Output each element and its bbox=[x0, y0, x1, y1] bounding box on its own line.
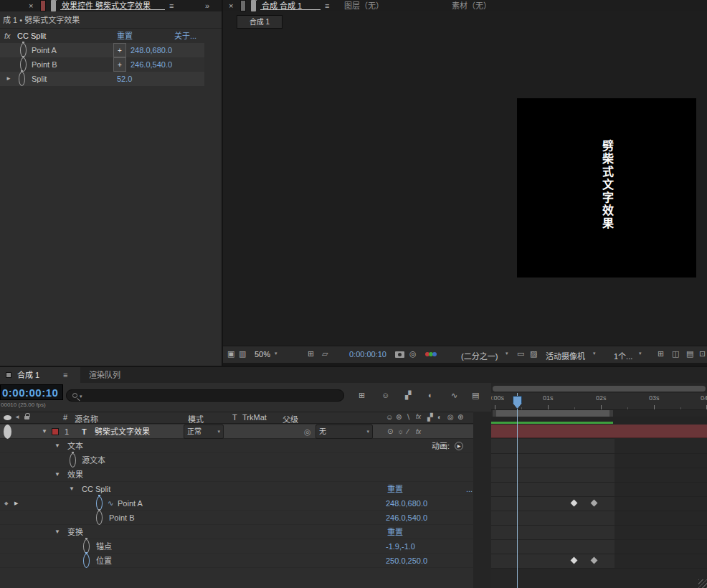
param-value[interactable]: 52.0 bbox=[117, 72, 132, 86]
comp-canvas[interactable]: 劈柴式文字效果 bbox=[517, 98, 696, 278]
lock-icon[interactable] bbox=[51, 0, 56, 11]
lock-icon[interactable] bbox=[251, 0, 256, 11]
property-label[interactable]: 文本 bbox=[67, 439, 83, 453]
zoom-select[interactable]: 50% bbox=[255, 350, 270, 359]
effect-about-button[interactable]: 关于... bbox=[174, 29, 196, 43]
tab-comp-timeline[interactable]: 合成 1 ≡ bbox=[0, 367, 80, 383]
param-label[interactable]: Point A bbox=[32, 43, 57, 57]
canvas-text-layer[interactable]: 劈柴式文字效果 bbox=[598, 140, 615, 230]
property-label[interactable]: Point A bbox=[118, 496, 143, 511]
parent-pickwhip-icon[interactable]: ◎ bbox=[304, 425, 311, 439]
flowchart-icon[interactable]: ⊡ bbox=[699, 349, 706, 359]
property-row-effects-group[interactable]: ▼ 效果 bbox=[0, 468, 473, 482]
property-row-point-a[interactable]: ◆ ▶ ∿ Point A 248.0,680.0 bbox=[0, 496, 473, 511]
param-label[interactable]: Point B bbox=[32, 57, 57, 72]
column-trkmat[interactable]: TrkMat bbox=[242, 413, 267, 422]
close-icon[interactable]: × bbox=[29, 0, 33, 11]
layer-row[interactable]: ▼ 1 T 劈柴式文字效果 正常 ▾ ◎ 无 ▾ ⊙ ☼ ∕ fx bbox=[0, 425, 473, 439]
fx-switch-icon[interactable]: fx bbox=[416, 425, 421, 439]
property-label[interactable]: 源文本 bbox=[82, 453, 105, 468]
frame-blend-icon[interactable]: ▞ bbox=[405, 391, 411, 400]
fx-switch-icon[interactable]: fx bbox=[416, 413, 421, 420]
overflow-icon[interactable]: » bbox=[205, 0, 209, 11]
layer-visibility-icon[interactable] bbox=[4, 425, 11, 439]
stopwatch-icon[interactable] bbox=[83, 554, 90, 568]
property-row-transform-group[interactable]: ▼ 变换 重置 bbox=[0, 525, 473, 539]
property-label[interactable]: 锚点 bbox=[96, 539, 112, 554]
graph-editor-icon[interactable]: ∿ bbox=[451, 391, 457, 400]
animate-menu-button[interactable]: ▶ bbox=[455, 442, 463, 450]
comp-timecode[interactable]: 0:00:00:10 bbox=[349, 350, 386, 359]
property-label[interactable]: 位置 bbox=[96, 554, 112, 568]
keyframe-next-icon[interactable]: ▶ bbox=[14, 496, 18, 511]
roi-icon[interactable]: ▭ bbox=[517, 349, 524, 359]
property-value[interactable]: -1.9,-1.0 bbox=[386, 539, 415, 554]
point-crosshair-button[interactable]: + bbox=[113, 57, 126, 72]
stopwatch-icon[interactable] bbox=[83, 539, 90, 554]
stopwatch-icon[interactable] bbox=[20, 57, 27, 72]
multi-view-icon[interactable]: ◫ bbox=[672, 349, 679, 359]
magnify-menu-icon[interactable]: ▥ bbox=[239, 349, 246, 359]
grid-guides-icon[interactable]: ⊞ bbox=[308, 349, 314, 359]
stopwatch-icon[interactable] bbox=[19, 72, 25, 86]
view-layout-select[interactable]: 1个... bbox=[614, 350, 632, 361]
motion-blur-icon[interactable]: ◐ bbox=[428, 391, 433, 399]
param-label[interactable]: Split bbox=[32, 72, 47, 86]
property-row-position[interactable]: 位置 250.0,250.0 bbox=[0, 554, 473, 568]
snapshot-camera-icon[interactable] bbox=[395, 351, 404, 358]
effect-header-row[interactable]: fx CC Split 重置 关于... bbox=[0, 29, 222, 43]
mask-path-icon[interactable]: ▱ bbox=[322, 349, 328, 359]
tab-footage[interactable]: 素材（无） bbox=[452, 0, 491, 11]
shy-icon[interactable]: ☺ bbox=[381, 391, 389, 399]
property-label[interactable]: 效果 bbox=[67, 468, 83, 482]
options-more-button[interactable]: ... bbox=[466, 482, 473, 496]
effect-reset-button[interactable]: 重置 bbox=[117, 29, 133, 43]
tab-render-queue[interactable]: 渲染队列 bbox=[89, 367, 120, 383]
threed-switch-icon[interactable]: ⊕ bbox=[457, 413, 463, 421]
panel-menu-icon[interactable]: ≡ bbox=[325, 0, 329, 11]
column-source-name[interactable]: 源名称 bbox=[75, 413, 98, 425]
twirl-icon[interactable]: ▼ bbox=[54, 525, 60, 539]
search-box[interactable]: ▾ bbox=[66, 389, 344, 402]
panel-menu-icon[interactable]: ≡ bbox=[63, 367, 67, 383]
property-value[interactable]: 250.0,250.0 bbox=[386, 554, 427, 568]
comp-viewer-tab[interactable]: 合成 1 bbox=[237, 15, 283, 29]
pixel-aspect-icon[interactable]: ⊞ bbox=[658, 349, 664, 359]
property-row-cc-split[interactable]: ▼ CC Split 重置 ... bbox=[0, 482, 473, 496]
graph-editor-set-icon[interactable]: ∿ bbox=[108, 496, 113, 511]
column-parent[interactable]: 父级 bbox=[283, 413, 298, 425]
property-row-point-b[interactable]: Point B 246.0,540.0 bbox=[0, 511, 473, 525]
parent-select[interactable]: 无 ▾ bbox=[315, 425, 373, 439]
timeline-button-icon[interactable]: ▤ bbox=[686, 349, 693, 359]
time-navigator[interactable] bbox=[493, 386, 706, 392]
property-value[interactable]: 246.0,540.0 bbox=[386, 511, 427, 525]
search-input[interactable] bbox=[87, 391, 338, 400]
work-area-bar[interactable] bbox=[493, 410, 613, 417]
twirl-icon[interactable]: ▼ bbox=[54, 439, 60, 453]
property-label[interactable]: CC Split bbox=[82, 482, 110, 496]
stopwatch-icon[interactable] bbox=[96, 496, 103, 511]
monitor-icon[interactable]: ▣ bbox=[227, 349, 234, 359]
quality-switch-icon[interactable]: ☼ bbox=[397, 425, 404, 439]
time-ruler[interactable]: 0:00s 01s 02s 03s 04s bbox=[491, 393, 707, 410]
transparency-grid-icon[interactable]: ▨ bbox=[530, 349, 537, 359]
stopwatch-icon[interactable] bbox=[70, 453, 76, 468]
motion-blur-switch-icon[interactable]: ◐ bbox=[437, 413, 442, 421]
param-value[interactable]: 246.0,540.0 bbox=[131, 57, 172, 72]
quality-switch-icon[interactable]: ∖ bbox=[406, 413, 410, 421]
property-label[interactable]: Point B bbox=[109, 511, 134, 525]
layer-twirl-icon[interactable]: ▼ bbox=[42, 425, 47, 439]
frame-blend-switch-icon[interactable]: ▞ bbox=[427, 413, 433, 421]
property-row-source-text[interactable]: 源文本 bbox=[0, 453, 473, 468]
panel-menu-icon[interactable]: ≡ bbox=[169, 0, 174, 11]
brainstorm-icon[interactable]: ▤ bbox=[472, 391, 479, 400]
show-snapshot-icon[interactable]: ◎ bbox=[409, 349, 417, 359]
stopwatch-icon[interactable] bbox=[96, 511, 103, 525]
reset-button[interactable]: 重置 bbox=[387, 482, 403, 496]
property-row-text-group[interactable]: ▼ 文本 动画: ▶ bbox=[0, 439, 473, 453]
camera-view-select[interactable]: 活动摄像机 bbox=[546, 350, 585, 361]
timecode-display[interactable]: 0:00:00:10 bbox=[0, 384, 63, 400]
slash-switch-icon[interactable]: ∕ bbox=[407, 425, 409, 439]
close-icon[interactable]: × bbox=[229, 0, 233, 11]
layer-duration-bar[interactable] bbox=[491, 425, 707, 438]
